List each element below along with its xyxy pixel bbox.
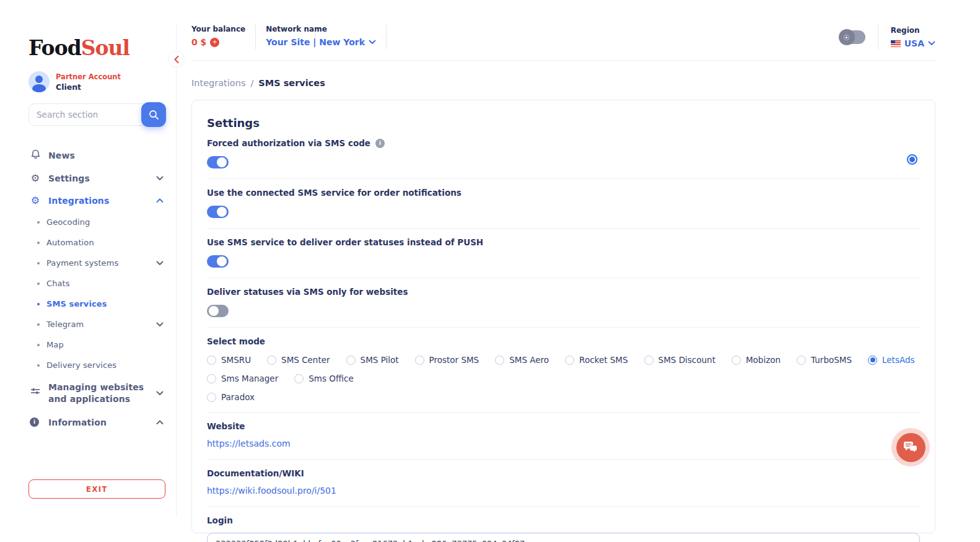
- search-button[interactable]: [141, 102, 166, 127]
- chevron-down-icon: [156, 322, 164, 327]
- app-root: FoodSoul Partner Account Client: [0, 0, 980, 542]
- sidebar-item-telegram[interactable]: Telegram: [28, 314, 165, 334]
- balance-value: 0 $: [191, 37, 206, 47]
- region-block: Region USA: [891, 26, 935, 48]
- toggle-label: Use the connected SMS service for order …: [207, 188, 462, 198]
- balance-label: Your balance: [191, 25, 245, 33]
- radio-icon: [495, 356, 504, 365]
- radio-option-letsads[interactable]: LetsAds: [868, 355, 915, 365]
- website-label: Website: [207, 421, 245, 431]
- sidebar-item-map[interactable]: Map: [28, 334, 165, 355]
- radio-option-turbosms[interactable]: TurboSMS: [797, 355, 852, 365]
- breadcrumb: Integrations / SMS services: [191, 78, 935, 88]
- balance-block: Your balance 0 $ +: [191, 25, 245, 47]
- sidebar-item-geocoding[interactable]: Geocoding: [28, 212, 165, 232]
- usa-flag-icon: [891, 40, 901, 47]
- radio-option-sms-pilot[interactable]: SMS Pilot: [346, 355, 399, 365]
- divider: [191, 60, 935, 61]
- documentation-link[interactable]: https://wiki.foodsoul.pro/i/501: [207, 486, 336, 496]
- radio-icon: [207, 356, 216, 365]
- order-notifications-toggle[interactable]: [207, 206, 229, 218]
- sidebar-item-chats[interactable]: Chats: [28, 273, 165, 294]
- bell-icon: [30, 149, 41, 161]
- sidebar-item-label: Information: [48, 417, 107, 427]
- bullet-icon: [37, 344, 40, 346]
- radio-option-sms-aero[interactable]: SMS Aero: [495, 355, 549, 365]
- radio-icon: [346, 356, 356, 365]
- circled-dot-icon[interactable]: [907, 154, 917, 165]
- forced-auth-toggle[interactable]: [207, 156, 229, 168]
- radio-option-paradox[interactable]: Paradox: [207, 392, 920, 402]
- radio-icon: [294, 374, 304, 383]
- main-content: Your balance 0 $ + Network name Your Sit…: [191, 25, 935, 533]
- radio-icon: [797, 356, 806, 365]
- sidebar-item-label: Managing websites and applications: [48, 382, 149, 405]
- radio-option-smsru[interactable]: SMSRU: [207, 355, 251, 365]
- sidebar-item-label: Integrations: [48, 196, 109, 206]
- chevron-down-icon: [156, 176, 164, 181]
- radio-option-mobizon[interactable]: Mobizon: [732, 355, 781, 365]
- radio-icon: [207, 374, 216, 383]
- info-icon: i: [30, 417, 41, 427]
- sms-provider-radio-group: SMSRU SMS Center SMS Pilot Prostor SMS S…: [207, 355, 920, 402]
- logo-part1: Food: [28, 36, 81, 60]
- select-mode-label: Select mode: [207, 336, 265, 346]
- chevron-left-icon: [174, 56, 179, 63]
- bullet-icon: [37, 282, 40, 285]
- divider: [255, 25, 256, 50]
- theme-toggle[interactable]: [839, 30, 865, 44]
- sidebar-item-news[interactable]: News: [28, 143, 165, 167]
- region-label: Region: [891, 26, 935, 35]
- top-up-balance-button[interactable]: +: [210, 38, 219, 47]
- sidebar-item-sms-services[interactable]: SMS services: [28, 294, 165, 314]
- website-link[interactable]: https://letsads.com: [207, 439, 291, 448]
- account-block[interactable]: Partner Account Client: [28, 71, 165, 92]
- chat-button[interactable]: [896, 433, 925, 462]
- exit-button[interactable]: EXIT: [28, 479, 165, 499]
- radio-icon: [868, 356, 877, 365]
- info-tooltip-icon[interactable]: i: [375, 139, 385, 148]
- account-name: Client: [56, 82, 121, 92]
- search-icon: [149, 110, 159, 120]
- statuses-websites-only-toggle[interactable]: [207, 305, 229, 317]
- integrations-icon: ⚙: [30, 196, 41, 206]
- region-value: USA: [904, 38, 924, 48]
- radio-option-sms-center[interactable]: SMS Center: [267, 355, 330, 365]
- region-select[interactable]: USA: [891, 38, 935, 48]
- chevron-down-icon: [369, 40, 376, 45]
- sidebar-item-managing-websites[interactable]: Managing websites and applications: [28, 375, 165, 411]
- radio-option-sms-discount[interactable]: SMS Discount: [644, 355, 715, 365]
- sidebar-item-payment-systems[interactable]: Payment systems: [28, 253, 165, 273]
- bullet-icon: [37, 303, 40, 305]
- settings-title: Settings: [207, 116, 920, 129]
- bullet-icon: [37, 262, 40, 264]
- radio-option-prostor-sms[interactable]: Prostor SMS: [415, 355, 479, 365]
- sliders-icon: [30, 388, 41, 398]
- radio-option-sms-manager[interactable]: Sms Manager: [207, 374, 278, 383]
- select-mode-row: Select mode SMSRU SMS Center SMS Pilot P…: [207, 328, 920, 413]
- sidebar-item-integrations[interactable]: ⚙ Integrations: [28, 190, 165, 212]
- avatar: [28, 71, 50, 92]
- account-role: Partner Account: [56, 72, 121, 81]
- network-block: Network name Your Site | New York: [266, 25, 376, 47]
- top-header: Your balance 0 $ + Network name Your Sit…: [191, 25, 935, 53]
- login-input[interactable]: [207, 533, 920, 542]
- radio-icon: [415, 356, 424, 365]
- foodsoul-logo[interactable]: FoodSoul: [28, 36, 165, 60]
- sidebar-item-delivery-services[interactable]: Delivery services: [28, 355, 165, 375]
- documentation-row: Documentation/WIKI https://wiki.foodsoul…: [207, 460, 920, 507]
- logo-part2: Soul: [81, 36, 129, 60]
- sidebar-item-settings[interactable]: ⚙ Settings: [28, 167, 165, 190]
- sidebar-item-automation[interactable]: Automation: [28, 232, 165, 253]
- breadcrumb-integrations[interactable]: Integrations: [191, 78, 245, 88]
- radio-option-rocket-sms[interactable]: Rocket SMS: [565, 355, 628, 365]
- sidebar-item-information[interactable]: i Information: [28, 411, 165, 434]
- radio-icon: [565, 356, 574, 365]
- radio-icon: [732, 356, 741, 365]
- radio-option-sms-office[interactable]: Sms Office: [294, 374, 353, 383]
- network-select[interactable]: Your Site | New York: [266, 37, 376, 47]
- chevron-down-icon: [156, 261, 164, 266]
- statuses-instead-push-toggle[interactable]: [207, 255, 229, 268]
- sidebar-collapse-button[interactable]: [168, 51, 185, 68]
- network-value: Your Site | New York: [266, 37, 365, 47]
